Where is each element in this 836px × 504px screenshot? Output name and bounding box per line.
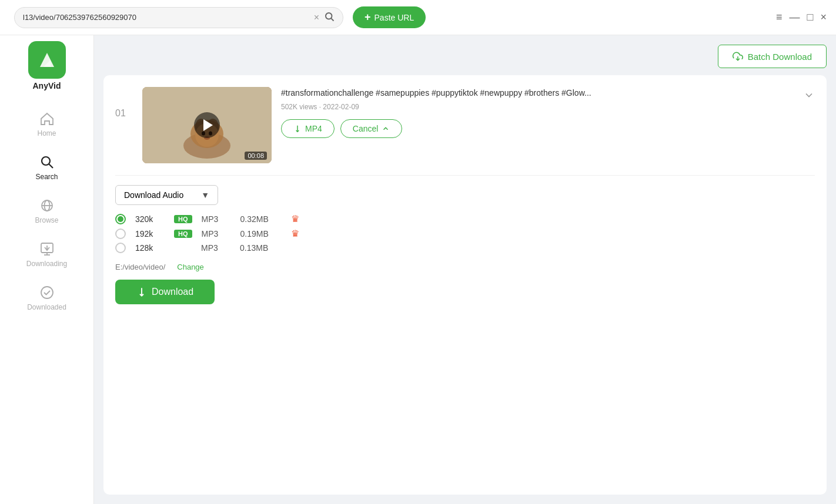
video-row: 01: [115, 87, 815, 163]
sidebar-item-search[interactable]: Search: [0, 146, 93, 189]
download-options: Download Audio ▼ 320k HQ MP3 0.32MB ♛: [115, 175, 815, 304]
window-controls: ≡ — □ ×: [776, 11, 827, 23]
clear-icon[interactable]: ×: [314, 12, 319, 23]
paste-url-button[interactable]: + Paste URL: [353, 6, 426, 28]
save-path-row: E:/video/video/ Change: [115, 263, 815, 271]
url-bar[interactable]: l13/video/7062539762560929070 ×: [14, 7, 343, 28]
batch-download-button[interactable]: Batch Download: [718, 45, 827, 68]
format-320k: MP3: [202, 214, 231, 224]
quality-list: 320k HQ MP3 0.32MB ♛ 192k HQ MP3 0.19MB …: [115, 213, 815, 253]
plus-icon: +: [365, 11, 371, 23]
bitrate-128k: 128k: [135, 243, 165, 253]
minimize-icon[interactable]: —: [790, 11, 800, 23]
cancel-button[interactable]: Cancel: [340, 119, 403, 138]
size-320k: 0.32MB: [240, 214, 282, 224]
cancel-label: Cancel: [353, 124, 379, 133]
video-number: 01: [115, 108, 133, 119]
batch-download-label: Batch Download: [748, 52, 812, 62]
quality-row-192: 192k HQ MP3 0.19MB ♛: [115, 228, 815, 239]
change-path-link[interactable]: Change: [177, 263, 204, 271]
svg-line-1: [331, 18, 333, 21]
hq-badge-192k: HQ: [174, 230, 192, 238]
bitrate-192k: 192k: [135, 229, 165, 238]
sidebar-label-home: Home: [37, 129, 56, 137]
top-bar: Batch Download: [103, 45, 827, 68]
main-layout: AnyVid Home Search Browse: [0, 35, 836, 504]
video-meta: 502K views · 2022-02-09: [281, 103, 794, 111]
app-name-label: AnyVid: [33, 81, 61, 90]
video-title: #transformationchallenge #samepuppies #p…: [281, 87, 794, 99]
action-buttons: MP4 Cancel: [281, 119, 794, 138]
bitrate-320k: 320k: [135, 214, 165, 224]
quality-row-128: 128k MP3 0.13MB: [115, 243, 815, 253]
url-text: l13/video/7062539762560929070: [23, 13, 309, 22]
sidebar-label-browse: Browse: [35, 216, 58, 224]
sidebar-label-search: Search: [35, 173, 58, 181]
video-thumbnail[interactable]: 00:08: [142, 87, 272, 163]
premium-icon-320k: ♛: [291, 213, 299, 224]
paste-url-label: Paste URL: [374, 13, 414, 22]
menu-icon[interactable]: ≡: [776, 11, 783, 23]
download-label: Download: [152, 287, 193, 297]
close-icon[interactable]: ×: [820, 11, 827, 23]
play-button[interactable]: [194, 112, 220, 138]
app-logo: [28, 41, 66, 79]
sidebar: AnyVid Home Search Browse: [0, 35, 94, 504]
format-128k: MP3: [201, 243, 230, 253]
mp4-button[interactable]: MP4: [281, 119, 335, 138]
svg-point-11: [41, 287, 53, 298]
sidebar-item-home[interactable]: Home: [0, 102, 93, 146]
hq-badge-320k: HQ: [174, 215, 192, 223]
sidebar-item-downloaded[interactable]: Downloaded: [0, 276, 93, 320]
titlebar: l13/video/7062539762560929070 × + Paste …: [0, 0, 836, 35]
video-info: #transformationchallenge #samepuppies #p…: [281, 87, 794, 138]
premium-icon-192k: ♛: [291, 228, 299, 239]
radio-128k[interactable]: [115, 243, 126, 253]
save-path-text: E:/video/video/: [115, 263, 165, 271]
svg-line-3: [49, 164, 53, 169]
content-area: Batch Download 01: [94, 35, 836, 504]
sidebar-label-downloading: Downloading: [26, 260, 67, 268]
maximize-icon[interactable]: □: [807, 11, 814, 23]
format-192k: MP3: [202, 229, 231, 238]
search-icon[interactable]: [324, 11, 335, 24]
radio-320k[interactable]: [115, 214, 126, 224]
radio-192k[interactable]: [115, 229, 126, 239]
sidebar-label-downloaded: Downloaded: [27, 303, 66, 311]
svg-point-0: [326, 13, 332, 19]
dropdown-label: Download Audio: [124, 190, 183, 200]
mp4-label: MP4: [305, 124, 322, 133]
video-duration: 00:08: [245, 152, 267, 160]
sidebar-item-browse[interactable]: Browse: [0, 189, 93, 233]
audio-format-dropdown[interactable]: Download Audio ▼: [115, 185, 218, 205]
size-128k: 0.13MB: [240, 243, 281, 253]
dropdown-arrow-icon: ▼: [201, 190, 209, 200]
video-card: 01: [103, 75, 827, 495]
download-button[interactable]: Download: [115, 280, 215, 304]
expand-icon[interactable]: [803, 89, 815, 103]
size-192k: 0.19MB: [240, 229, 282, 238]
sidebar-item-downloading[interactable]: Downloading: [0, 233, 93, 276]
quality-row-320: 320k HQ MP3 0.32MB ♛: [115, 213, 815, 224]
svg-point-2: [42, 157, 50, 165]
